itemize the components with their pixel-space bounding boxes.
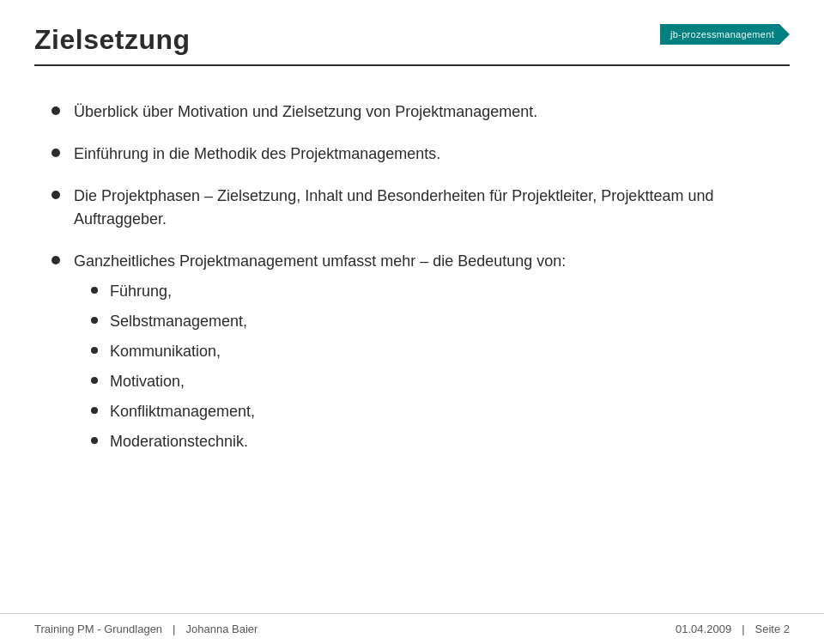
sub-bullet-dot-icon [91,317,98,324]
sub-bullet-text: Konfliktmanagement, [110,400,255,423]
list-item: Führung, [91,280,772,303]
sub-bullet-dot-icon [91,377,98,384]
footer: Training PM - Grundlagen | Johanna Baier… [0,613,824,644]
sub-bullet-text: Motivation, [110,370,185,393]
list-item: Überblick über Motivation und Zielsetzun… [52,100,772,124]
footer-sep1: | [173,623,175,635]
bullet-text: Ganzheitliches Projektmanagement umfasst… [74,250,772,460]
sub-bullet-dot-icon [91,287,98,294]
header: Zielsetzung jb-prozessmanagement [0,0,824,56]
footer-date: 01.04.2009 [676,623,731,635]
sub-bullet-text: Selbstmanagement, [110,310,247,333]
brand-logo: jb-prozessmanagement [660,24,790,45]
bullet-dot-icon [52,106,60,115]
footer-right: 01.04.2009 | Seite 2 [676,623,790,635]
list-item: Einführung in die Methodik des Projektma… [52,143,772,166]
list-item: Konfliktmanagement, [91,400,772,423]
bullet-text: Einführung in die Methodik des Projektma… [74,143,772,166]
page-title: Zielsetzung [34,24,191,56]
sub-bullet-dot-icon [91,407,98,414]
footer-sep2: | [742,623,744,635]
sub-bullet-text: Kommunikation, [110,340,221,363]
footer-left: Training PM - Grundlagen | Johanna Baier [34,623,258,635]
list-item: Die Projektphasen – Zielsetzung, Inhalt … [52,185,772,231]
list-item: Moderationstechnik. [91,430,772,453]
bullet-dot-icon [52,149,60,157]
sub-bullet-text: Führung, [110,280,172,303]
footer-course: Training PM - Grundlagen [34,623,162,635]
sub-bullet-dot-icon [91,437,98,444]
bullet-text: Überblick über Motivation und Zielsetzun… [74,100,772,124]
bullet-list: Überblick über Motivation und Zielsetzun… [52,100,772,460]
brand-label: jb-prozessmanagement [660,24,790,45]
list-item: Kommunikation, [91,340,772,363]
sub-bullet-list: Führung,Selbstmanagement,Kommunikation,M… [91,280,772,453]
bullet-text: Die Projektphasen – Zielsetzung, Inhalt … [74,185,772,231]
sub-bullet-text: Moderationstechnik. [110,430,248,453]
list-item: Selbstmanagement, [91,310,772,333]
sub-bullet-dot-icon [91,347,98,354]
bullet-dot-icon [52,256,60,264]
main-content: Überblick über Motivation und Zielsetzun… [0,66,824,613]
list-item: Motivation, [91,370,772,393]
bullet-dot-icon [52,191,60,199]
footer-author: Johanna Baier [185,623,258,635]
slide: Zielsetzung jb-prozessmanagement Überbli… [0,0,824,644]
footer-page: Seite 2 [755,623,790,635]
list-item: Ganzheitliches Projektmanagement umfasst… [52,250,772,460]
